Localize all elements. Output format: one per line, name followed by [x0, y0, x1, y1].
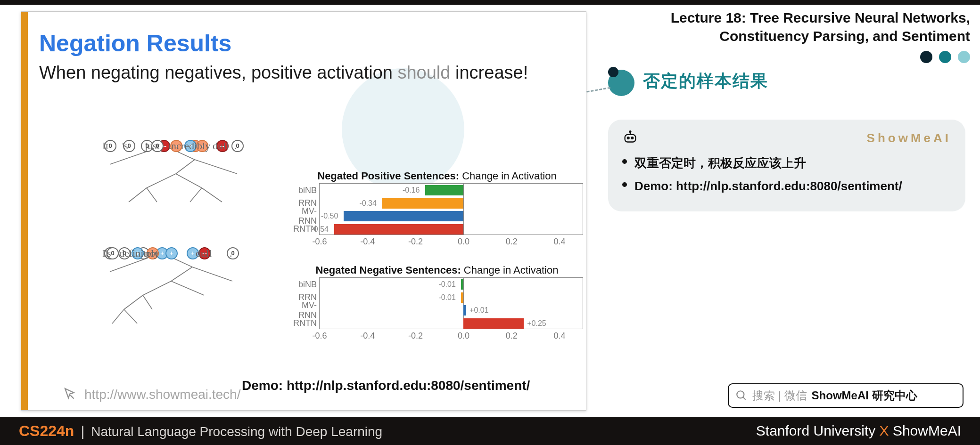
- chart-bar-value: -0.54: [312, 225, 329, 234]
- dot-icon: [920, 51, 932, 63]
- tree-node: +: [165, 247, 178, 259]
- svg-line-25: [743, 397, 745, 399]
- svg-line-23: [124, 309, 137, 324]
- chart-tick: 0.4: [554, 331, 566, 341]
- chart-bar-value: -0.16: [403, 186, 420, 194]
- list-item-text: Demo: http://nlp.stanford.edu:8080/senti…: [634, 175, 902, 198]
- chart-title-bold: Negated Negative Sentences:: [316, 264, 461, 276]
- svg-point-1: [627, 137, 629, 139]
- tree-leaf: It: [102, 140, 108, 152]
- bottom-bar: CS224n | Natural Language Processing wit…: [0, 417, 980, 445]
- chart-tick: -0.6: [312, 237, 327, 247]
- tree-leaf: dull: [196, 247, 212, 259]
- dot-icon: [939, 51, 951, 63]
- slide-text-grey: should: [397, 63, 450, 82]
- parse-tree-2: + 0 + + 0 0 -- 0 - 0 + It 's definitely …: [96, 247, 284, 346]
- tree-leaf: dull: [213, 140, 229, 152]
- decorative-dots: [608, 51, 970, 63]
- svg-line-10: [129, 188, 147, 202]
- dot-icon: [958, 51, 970, 63]
- svg-line-13: [202, 188, 222, 202]
- annotation-card: ShowMeAI 双重否定时，积极反应应该上升 Demo: http://nlp…: [608, 120, 965, 211]
- cursor-icon: [62, 387, 78, 403]
- chart-bar-value: -0.01: [438, 280, 455, 289]
- divider: |: [81, 423, 84, 439]
- tree-leaf: just: [145, 140, 160, 152]
- chart-tick: 0.0: [458, 237, 469, 247]
- top-rule: [0, 0, 980, 5]
- chart-y-label: MV-RNN: [290, 206, 317, 226]
- chart-tick: -0.2: [408, 237, 423, 247]
- demo-link-text: Demo: http://nlp.stanford.edu:8080/senti…: [242, 378, 530, 393]
- list-item: Demo: http://nlp.stanford.edu:8080/senti…: [622, 175, 951, 198]
- search-icon: [735, 389, 748, 402]
- tree-leaf: incredibly: [168, 140, 210, 152]
- tree-edges: [96, 247, 284, 337]
- chart-bar: +0.25: [463, 318, 523, 329]
- chart-bar: -0.54: [334, 224, 464, 235]
- svg-line-21: [143, 295, 152, 309]
- svg-line-17: [192, 267, 232, 281]
- svg-line-22: [112, 309, 124, 324]
- chart-tick: 0.2: [506, 237, 518, 247]
- course-title: Natural Language Processing with Deep Le…: [91, 424, 382, 439]
- search-chip[interactable]: 搜索 | 微信 ShowMeAI 研究中心: [728, 383, 964, 408]
- svg-line-19: [171, 281, 204, 295]
- footer-right-post: ShowMeAI: [889, 423, 961, 438]
- list-item: 双重否定时，积极反应应该上升: [622, 152, 951, 175]
- tree-node: 0: [227, 247, 239, 259]
- slide-text-pre: When negating negatives, positive activa…: [39, 63, 397, 82]
- chart-title: Negated Negative Sentences: Change in Ac…: [291, 264, 583, 276]
- bottom-left: CS224n | Natural Language Processing wit…: [19, 422, 382, 440]
- chart-y-label: biNB: [290, 279, 317, 289]
- chart-bar: -0.16: [425, 185, 463, 195]
- slide-title: Negation Results: [39, 30, 576, 57]
- svg-rect-0: [625, 135, 636, 142]
- svg-line-7: [195, 160, 237, 174]
- chart-negated-positive: Negated Positive Sentences: Change in Ac…: [291, 170, 583, 259]
- svg-line-18: [143, 281, 171, 295]
- page-root: Lecture 18: Tree Recursive Neural Networ…: [0, 0, 980, 445]
- chart-tick: 0.0: [458, 331, 469, 341]
- svg-line-6: [176, 160, 195, 174]
- svg-point-2: [631, 137, 633, 139]
- chart-tick: -0.4: [360, 237, 375, 247]
- chart-y-label: MV-RNN: [290, 300, 317, 320]
- chart-bar-value: +0.25: [527, 319, 546, 328]
- chart-title-bold: Negated Positive Sentences:: [317, 170, 459, 182]
- chart-bar-value: -0.01: [438, 293, 455, 302]
- chart-bar: -0.50: [344, 211, 464, 221]
- svg-line-20: [124, 295, 143, 309]
- orb-icon: [608, 67, 636, 95]
- slide-footer: http://www.showmeai.tech/: [62, 387, 240, 403]
- tree-node: 0: [231, 140, 244, 152]
- chart-plot: -0.6-0.4-0.20.00.20.4biNB-0.01RRN-0.01MV…: [319, 277, 583, 329]
- tree-leaf: not: [145, 247, 158, 259]
- robot-icon: [622, 130, 638, 146]
- brand-label: ShowMeAI: [867, 131, 951, 146]
- chart-bar-value: -0.50: [321, 212, 338, 220]
- footer-url: http://www.showmeai.tech/: [84, 387, 240, 402]
- chart-title: Negated Positive Sentences: Change in Ac…: [291, 170, 583, 182]
- svg-line-8: [147, 174, 176, 188]
- slide-accent: [21, 12, 28, 410]
- svg-line-9: [176, 174, 202, 188]
- tree-leaf: .: [234, 140, 237, 152]
- slide-text: When negating negatives, positive activa…: [39, 62, 576, 84]
- chart-negated-negative: Negated Negative Sentences: Change in Ac…: [291, 264, 583, 354]
- chart-y-label: biNB: [290, 185, 317, 195]
- chart-bar: -0.01: [461, 292, 463, 303]
- slide-text-post: increase!: [450, 63, 528, 82]
- subheading-row: 否定的样本结果: [608, 67, 970, 95]
- chart-bar: -0.01: [461, 279, 463, 290]
- chart-y-label: RNTN: [290, 318, 317, 328]
- slide-body: Negation Results When negating negatives…: [39, 12, 576, 410]
- charts-area: Negated Positive Sentences: Change in Ac…: [291, 170, 583, 354]
- chart-tick: -0.2: [408, 331, 423, 341]
- svg-line-12: [190, 188, 202, 202]
- chart-tick: -0.4: [360, 331, 375, 341]
- chart-title-rest: Change in Activation: [459, 170, 557, 182]
- svg-line-16: [171, 267, 192, 281]
- chart-bar-value: -0.34: [359, 199, 376, 208]
- footer-right-pre: Stanford University: [756, 423, 880, 438]
